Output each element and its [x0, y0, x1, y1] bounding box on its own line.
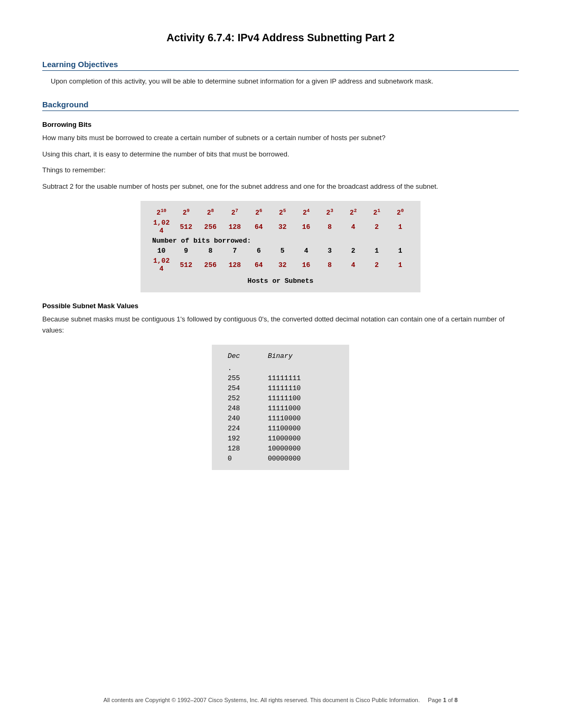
- mask-bin-128: 10000000: [263, 444, 339, 454]
- mask-col-dec: Dec: [222, 351, 263, 363]
- subnet-mask-table: Dec Binary . 255 11111111: [212, 345, 349, 470]
- mask-dec-dot: .: [222, 363, 263, 373]
- borrow-v-0: 1,024: [149, 218, 174, 236]
- mask-row-248: 248 11111000: [222, 403, 339, 413]
- mask-row-0: 0 00000000: [222, 454, 339, 464]
- mask-dec-255: 255: [222, 373, 263, 383]
- borrowing-bits-para1: How many bits must be borrowed to create…: [42, 133, 519, 144]
- borrow-v-4: 64: [247, 218, 270, 236]
- page-content: Activity 6.7.4: IPv4 Address Subnetting …: [42, 32, 519, 719]
- borrow-v-7: 8: [318, 218, 341, 236]
- borrow-b-3: 7: [222, 246, 247, 256]
- borrow-b-10: 1: [388, 246, 412, 256]
- borrow-h-6: 24: [294, 207, 318, 218]
- borrow-v-1: 512: [174, 218, 198, 236]
- mask-dec-254: 254: [222, 383, 263, 393]
- borrowing-bits-para3: Things to remember:: [42, 165, 519, 176]
- borrow-b-2: 8: [198, 246, 222, 256]
- borrow-hs-3: 128: [222, 256, 247, 274]
- mask-row-dot: .: [222, 363, 339, 373]
- footer-page-label: Page: [428, 697, 442, 703]
- borrow-table: 210 29 28 27 26 25 24 23 22 21 20 1,024: [149, 207, 412, 286]
- borrow-h-8: 22: [341, 207, 364, 218]
- mask-bin-254: 11111110: [263, 383, 339, 393]
- footer-copyright: All contents are Copyright © 1992–2007 C…: [104, 697, 420, 703]
- borrow-chart: 210 29 28 27 26 25 24 23 22 21 20 1,024: [141, 201, 420, 292]
- footer-page-total: 8: [454, 697, 457, 703]
- mask-dec-248: 248: [222, 403, 263, 413]
- borrow-h-5: 25: [270, 207, 294, 218]
- subnet-mask-heading: Possible Subnet Mask Values: [42, 302, 519, 310]
- borrow-h-3: 27: [222, 207, 247, 218]
- footer-page-of: of: [448, 697, 453, 703]
- borrow-b-6: 4: [294, 246, 318, 256]
- mask-dec-0: 0: [222, 454, 263, 464]
- borrow-v-10: 1: [388, 218, 412, 236]
- mask-dec-252: 252: [222, 393, 263, 403]
- mask-row-128: 128 10000000: [222, 444, 339, 454]
- mask-col-binary: Binary: [263, 351, 339, 363]
- mask-bin-255: 11111111: [263, 373, 339, 383]
- borrow-hs-8: 4: [341, 256, 364, 274]
- borrow-footer-row: Hosts or Subnets: [149, 274, 412, 286]
- subnet-mask-para: Because subnet masks must be contiguous …: [42, 314, 519, 336]
- borrow-h-4: 26: [247, 207, 270, 218]
- borrowing-bits-para4: Subtract 2 for the usable number of host…: [42, 181, 519, 192]
- borrow-b-7: 3: [318, 246, 341, 256]
- borrow-hs-1: 512: [174, 256, 198, 274]
- background-section: Background Borrowing Bits How many bits …: [42, 100, 519, 470]
- borrow-b-8: 2: [341, 246, 364, 256]
- mask-header-row: Dec Binary: [222, 351, 339, 363]
- borrow-b-0: 10: [149, 246, 174, 256]
- borrow-v-8: 4: [341, 218, 364, 236]
- borrow-v-3: 128: [222, 218, 247, 236]
- mask-bin-192: 11000000: [263, 434, 339, 444]
- borrow-hs-7: 8: [318, 256, 341, 274]
- borrow-h-9: 21: [365, 207, 388, 218]
- page-title: Activity 6.7.4: IPv4 Address Subnetting …: [42, 32, 519, 44]
- borrow-v-5: 32: [270, 218, 294, 236]
- borrow-hosts-row: 1,024 512 256 128 64 32 16 8 4 2 1: [149, 256, 412, 274]
- mask-bin-252: 11111100: [263, 393, 339, 403]
- borrow-b-4: 6: [247, 246, 270, 256]
- learning-objectives-heading: Learning Objectives: [42, 60, 519, 71]
- borrow-h-10: 20: [388, 207, 412, 218]
- borrow-hs-10: 1: [388, 256, 412, 274]
- mask-dec-224: 224: [222, 423, 263, 434]
- mask-bin-248: 11111000: [263, 403, 339, 413]
- borrow-hs-9: 2: [365, 256, 388, 274]
- borrow-h-0: 210: [149, 207, 174, 218]
- borrow-hs-2: 256: [198, 256, 222, 274]
- borrow-hs-0: 1,024: [149, 256, 174, 274]
- mask-row-255: 255 11111111: [222, 373, 339, 383]
- borrow-v-6: 16: [294, 218, 318, 236]
- mask-dec-192: 192: [222, 434, 263, 444]
- mask-values-table: Dec Binary . 255 11111111: [222, 351, 339, 464]
- borrowing-bits-para2: Using this chart, it is easy to determin…: [42, 149, 519, 160]
- mask-dec-240: 240: [222, 413, 263, 423]
- borrow-footer: Hosts or Subnets: [149, 274, 412, 286]
- borrow-hs-4: 64: [247, 256, 270, 274]
- borrow-v-9: 2: [365, 218, 388, 236]
- learning-objectives-section: Learning Objectives Upon completion of t…: [42, 60, 519, 87]
- borrow-v-2: 256: [198, 218, 222, 236]
- borrow-b-5: 5: [270, 246, 294, 256]
- mask-bin-dot: [263, 363, 339, 373]
- mask-row-192: 192 11000000: [222, 434, 339, 444]
- borrow-h-2: 28: [198, 207, 222, 218]
- background-heading: Background: [42, 100, 519, 111]
- borrow-h-7: 23: [318, 207, 341, 218]
- borrow-hs-6: 16: [294, 256, 318, 274]
- borrow-label-row: Number of bits borrowed:: [149, 236, 412, 246]
- footer-page-current: 1: [443, 697, 446, 703]
- mask-bin-240: 11110000: [263, 413, 339, 423]
- borrowing-bits-heading: Borrowing Bits: [42, 121, 519, 128]
- borrow-h-1: 29: [174, 207, 198, 218]
- mask-dec-128: 128: [222, 444, 263, 454]
- mask-row-252: 252 11111100: [222, 393, 339, 403]
- borrow-b-9: 1: [365, 246, 388, 256]
- borrowing-bits-subsection: Borrowing Bits How many bits must be bor…: [42, 121, 519, 293]
- subnet-mask-subsection: Possible Subnet Mask Values Because subn…: [42, 302, 519, 470]
- mask-bin-0: 00000000: [263, 454, 339, 464]
- borrow-hs-5: 32: [270, 256, 294, 274]
